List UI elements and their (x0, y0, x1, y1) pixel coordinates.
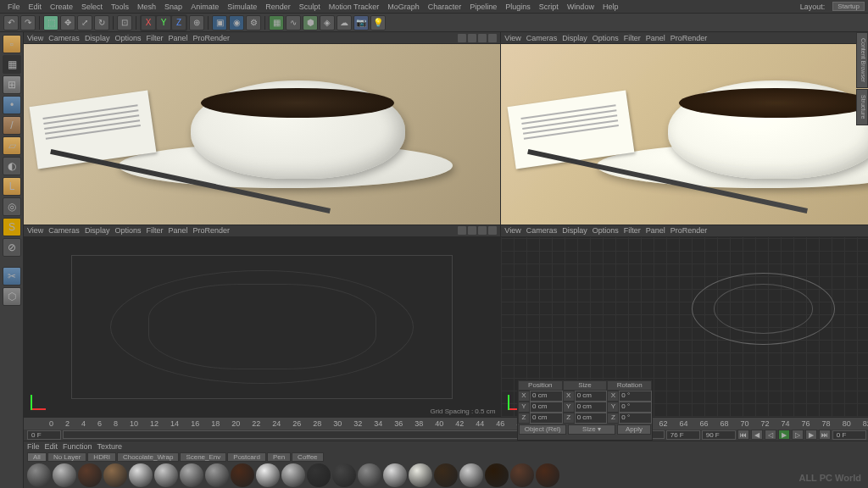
viewport-solo-button[interactable]: ◎ (3, 197, 21, 216)
add-generator-button[interactable]: ⬢ (303, 15, 318, 30)
prev-frame-button[interactable]: ◁ (765, 430, 776, 440)
menu-window[interactable]: Window (563, 3, 598, 11)
mat-menu-edit[interactable]: Edit (45, 442, 58, 451)
material-preview[interactable] (103, 463, 127, 487)
menu-animate[interactable]: Animate (186, 3, 223, 11)
tweak-button[interactable]: ◐ (3, 157, 21, 175)
material-preview[interactable] (154, 463, 178, 487)
prev-key-button[interactable]: ◀ (751, 430, 763, 440)
timeline-fps-field[interactable]: 76 F (666, 430, 700, 440)
material-tab[interactable]: Scene_Env (180, 452, 226, 462)
add-deformer-button[interactable]: ◈ (320, 15, 335, 30)
position-field[interactable]: 0 cm (530, 391, 563, 402)
timeline-ruler[interactable]: 0246810121416182022242628303234363840424… (24, 418, 868, 430)
render-picture-button[interactable]: ◉ (229, 15, 244, 30)
material-preview[interactable] (129, 463, 153, 487)
vp-zoom-icon[interactable] (468, 34, 476, 42)
material-preview[interactable] (256, 463, 280, 487)
material-preview[interactable] (307, 463, 331, 487)
vp-rotate-icon[interactable] (478, 34, 487, 42)
redo-button[interactable]: ↷ (20, 15, 36, 30)
menu-script[interactable]: Script (535, 3, 563, 11)
material-preview[interactable] (485, 463, 509, 487)
material-preview[interactable] (332, 463, 356, 487)
menu-character[interactable]: Character (424, 3, 466, 11)
material-preview[interactable] (231, 463, 254, 487)
viewport-bottom-left[interactable]: ViewCamerasDisplayOptionsFilterPanelProR… (24, 225, 500, 418)
next-frame-button[interactable]: ▷ (792, 430, 804, 440)
mat-menu-file[interactable]: File (27, 442, 40, 451)
workplane-button[interactable]: ⊞ (3, 75, 21, 94)
extrude-button[interactable]: ⬡ (3, 287, 21, 306)
x-axis-button[interactable]: X (141, 15, 156, 30)
position-field[interactable]: 0 cm (530, 402, 563, 413)
tab-content-browser[interactable]: Content Browser (856, 32, 868, 88)
material-tab[interactable]: Coffee (292, 452, 323, 462)
menu-simulate[interactable]: Simulate (223, 3, 261, 11)
rotation-field[interactable]: 0 ° (619, 391, 652, 402)
material-tab[interactable]: All (27, 452, 47, 462)
menu-motion-tracker[interactable]: Motion Tracker (325, 3, 384, 11)
material-preview[interactable] (383, 463, 407, 487)
z-axis-button[interactable]: Z (171, 15, 186, 30)
viewport-top-left[interactable]: ViewCamerasDisplayOptionsFilterPanelProR… (24, 32, 500, 225)
menu-edit[interactable]: Edit (25, 3, 47, 11)
rotation-field[interactable]: 0 ° (619, 402, 652, 413)
material-preview[interactable] (510, 463, 534, 487)
material-preview[interactable] (53, 463, 76, 487)
axis-mode-button[interactable]: L (3, 177, 21, 196)
edge-mode-button[interactable]: / (3, 116, 21, 135)
point-mode-button[interactable]: • (3, 96, 21, 114)
layout-selector[interactable]: Startup (832, 2, 865, 11)
coords-size-selector[interactable]: Size ▾ (568, 424, 615, 435)
move-tool[interactable]: ✥ (60, 15, 75, 30)
vp-pan-icon[interactable] (458, 34, 466, 42)
render-settings-button[interactable]: ⚙ (246, 15, 261, 30)
material-tab[interactable]: HDRI (87, 452, 116, 462)
rotation-field[interactable]: 0 ° (619, 413, 652, 424)
material-tab[interactable]: Postcard (227, 452, 266, 462)
size-field[interactable]: 0 cm (575, 391, 608, 402)
locked-button[interactable]: ⊘ (3, 238, 21, 257)
mat-menu-texture[interactable]: Texture (97, 442, 123, 451)
material-tab[interactable]: Chocolate_Wrap (117, 452, 179, 462)
select-tool[interactable]: ⬚ (43, 15, 58, 30)
y-axis-button[interactable]: Y (156, 15, 171, 30)
rotate-tool[interactable]: ↻ (94, 15, 109, 30)
menu-file[interactable]: File (3, 3, 25, 11)
last-tool[interactable]: ⊡ (117, 15, 132, 30)
polygon-mode-button[interactable]: ▱ (3, 136, 21, 155)
coord-system-button[interactable]: ⊕ (189, 15, 204, 30)
play-button[interactable]: ▶ (778, 430, 790, 440)
add-environment-button[interactable]: ☁ (337, 15, 352, 30)
material-preview[interactable] (180, 463, 203, 487)
menu-snap[interactable]: Snap (160, 3, 186, 11)
menu-mesh[interactable]: Mesh (133, 3, 160, 11)
goto-end-button[interactable]: ⏭ (819, 430, 831, 440)
render-view-button[interactable]: ▣ (212, 15, 227, 30)
menu-tools[interactable]: Tools (107, 3, 133, 11)
menu-sculpt[interactable]: Sculpt (295, 3, 325, 11)
position-field[interactable]: 0 cm (530, 413, 563, 424)
menu-select[interactable]: Select (77, 3, 107, 11)
material-preview[interactable] (358, 463, 381, 487)
texture-mode-button[interactable]: ▦ (3, 55, 21, 74)
add-cube-button[interactable]: ▦ (269, 15, 284, 30)
material-preview[interactable] (205, 463, 229, 487)
add-camera-button[interactable]: 📷 (353, 15, 369, 30)
snap-button[interactable]: S (3, 218, 21, 236)
timeline-start-field[interactable]: 0 F (27, 430, 61, 440)
scale-tool[interactable]: ⤢ (77, 15, 92, 30)
menu-help[interactable]: Help (598, 3, 623, 11)
tab-structure[interactable]: Structure (856, 89, 868, 125)
material-preview[interactable] (434, 463, 458, 487)
goto-start-button[interactable]: ⏮ (737, 430, 749, 440)
material-preview[interactable] (281, 463, 305, 487)
undo-button[interactable]: ↶ (3, 15, 19, 30)
menu-pipeline[interactable]: Pipeline (465, 3, 501, 11)
viewport-top-right[interactable]: ViewCamerasDisplayOptionsFilterPanelProR… (501, 32, 868, 225)
menu-render[interactable]: Render (261, 3, 295, 11)
vp-max-icon[interactable] (488, 34, 497, 42)
material-preview[interactable] (409, 463, 432, 487)
mat-menu-function[interactable]: Function (63, 442, 92, 451)
